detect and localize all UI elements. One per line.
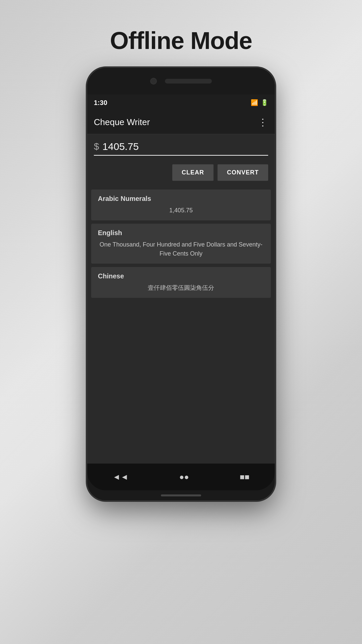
recents-button[interactable]: ■ [240,472,249,482]
amount-row: $ [94,141,268,156]
english-card: English One Thousand, Four Hundred and F… [91,224,271,264]
phone-top-bar [87,68,275,95]
phone-bottom-bar [87,490,275,500]
english-value: One Thousand, Four Hundred and Five Doll… [98,240,264,258]
app-bar-title: Cheque Writer [94,117,150,127]
bottom-nav: ◄ ● ■ [87,464,275,490]
chinese-card: Chinese 壹仟肆佰零伍圓柒角伍分 [91,267,271,298]
page-title: Offline Mode [110,27,252,54]
back-button[interactable]: ◄ [113,472,129,482]
signal-icon: 📶 [251,99,258,106]
more-options-button[interactable]: ⋮ [258,117,268,128]
dollar-sign: $ [94,141,99,152]
amount-input[interactable] [103,141,268,152]
phone-speaker [165,79,212,84]
chinese-value: 壹仟肆佰零伍圓柒角伍分 [98,283,264,292]
status-time: 1:30 [94,99,107,107]
bottom-pill [161,494,201,496]
english-label: English [98,229,264,237]
battery-icon: 🔋 [261,99,268,106]
convert-button[interactable]: CONVERT [218,164,268,181]
input-section: $ [87,134,275,159]
arabic-value: 1,405.75 [98,206,264,215]
home-button[interactable]: ● [179,472,189,482]
status-icons: 📶 🔋 [251,99,268,106]
clear-button[interactable]: CLEAR [172,164,214,181]
phone-device: 1:30 📶 🔋 Cheque Writer ⋮ $ CLEAR CONVERT [87,68,275,500]
button-row: CLEAR CONVERT [87,159,275,186]
results-section: Arabic Numerals 1,405.75 English One Tho… [87,186,275,301]
arabic-label: Arabic Numerals [98,195,264,203]
phone-camera [150,78,157,85]
app-bar: Cheque Writer ⋮ [87,111,275,134]
phone-screen: 1:30 📶 🔋 Cheque Writer ⋮ $ CLEAR CONVERT [87,95,275,464]
status-bar: 1:30 📶 🔋 [87,95,275,111]
arabic-numerals-card: Arabic Numerals 1,405.75 [91,190,271,220]
chinese-label: Chinese [98,272,264,280]
